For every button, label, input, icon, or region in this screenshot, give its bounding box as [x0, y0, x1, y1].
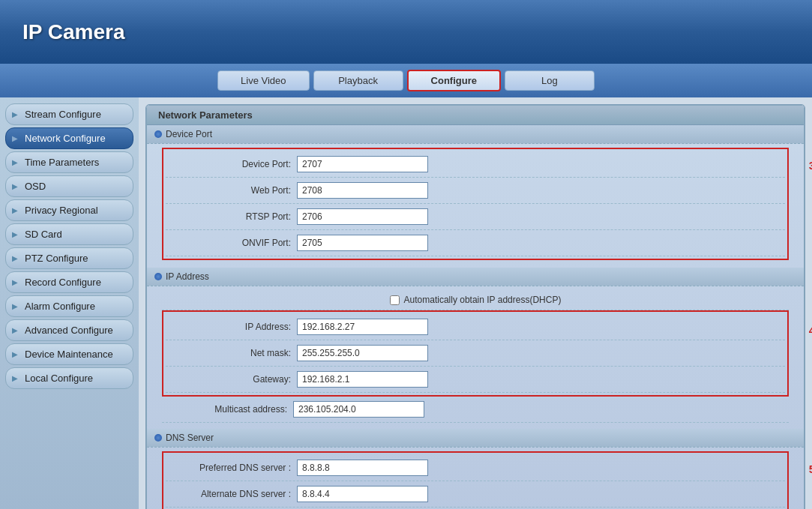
sidebar-item-advanced-configure[interactable]: Advanced Configure [5, 319, 133, 341]
device-port-input[interactable] [297, 156, 428, 172]
header: IP Camera [0, 0, 812, 64]
device-port-field-label: Device Port: [177, 159, 297, 169]
sidebar-item-record-configure[interactable]: Record Configure [5, 271, 133, 293]
onvif-port-row: ONVIF Port: [166, 230, 785, 256]
panel-title-bar: Network Parameters [147, 106, 804, 125]
multicast-label: Multicast address: [173, 404, 293, 415]
ip-address-field-label: IP Address: [177, 322, 297, 332]
gateway-row: Gateway: [166, 367, 785, 393]
tab-playback[interactable]: Playback [313, 70, 403, 91]
device-port-row: Device Port: [166, 151, 785, 178]
dns-red-box: Preferred DNS server : Alternate DNS ser… [162, 451, 789, 509]
web-port-input[interactable] [297, 182, 428, 199]
preferred-dns-label: Preferred DNS server : [177, 463, 297, 473]
ip-address-label: IP Address [166, 271, 209, 282]
dns-fields: 5 Preferred DNS server : Alternate DNS s… [147, 448, 804, 509]
annotation-5: 5 [809, 463, 812, 475]
rtsp-port-input[interactable] [297, 208, 428, 225]
preferred-dns-row: Preferred DNS server : [166, 455, 785, 481]
sidebar-item-alarm-configure[interactable]: Alarm Configure [5, 295, 133, 317]
gateway-input[interactable] [297, 371, 428, 388]
ip-address-row: IP Address: [166, 314, 785, 340]
preferred-dns-input[interactable] [297, 460, 428, 476]
sidebar-item-time-parameters[interactable]: Time Parameters [5, 151, 133, 173]
tab-live-video[interactable]: Live Video [217, 70, 309, 91]
dns-label: DNS Server [166, 433, 214, 443]
rtsp-port-label: RTSP Port: [177, 211, 297, 222]
ip-address-section-header: IP Address [147, 268, 804, 286]
device-port-section-header: Device Port [147, 125, 804, 144]
sidebar: Stream Configure Network Configure Time … [0, 97, 139, 509]
dhcp-row: Automatically obtain IP address(DHCP) [162, 290, 789, 310]
netmask-label: Net mask: [177, 348, 297, 358]
sidebar-item-stream-configure[interactable]: Stream Configure [5, 103, 133, 125]
device-port-fields: 3 Device Port: Web Port: RTSP Port: [147, 144, 804, 264]
multicast-row: Multicast address: [162, 397, 789, 423]
onvif-port-label: ONVIF Port: [177, 238, 297, 248]
sidebar-item-local-configure[interactable]: Local Configure [5, 367, 133, 389]
rtsp-port-row: RTSP Port: [166, 204, 785, 230]
sidebar-item-privacy-regional[interactable]: Privacy Regional [5, 199, 133, 221]
alternate-dns-label: Alternate DNS server : [177, 489, 297, 499]
sidebar-item-device-maintenance[interactable]: Device Maintenance [5, 343, 133, 365]
tab-configure[interactable]: Configure [407, 70, 501, 91]
alternate-dns-input[interactable] [297, 486, 428, 502]
ip-address-dot [154, 273, 162, 280]
content-area: 1 Network Parameters Device Port 3 Dev [139, 97, 812, 509]
alternate-dns-row: Alternate DNS server : [166, 481, 785, 508]
dns-dot [154, 434, 162, 442]
ip-address-red-box: IP Address: Net mask: Gateway: [162, 310, 789, 397]
app-title: IP Camera [22, 20, 124, 44]
nav-tabs: Live Video Playback Configure Log [0, 64, 812, 97]
dhcp-checkbox[interactable] [390, 295, 400, 305]
ip-address-input[interactable] [297, 319, 428, 335]
network-parameters-panel: Network Parameters Device Port 3 Device … [146, 105, 805, 509]
gateway-label: Gateway: [177, 374, 297, 385]
web-port-label: Web Port: [177, 185, 297, 196]
web-port-row: Web Port: [166, 178, 785, 204]
dns-server-section-header: DNS Server [147, 429, 804, 448]
sidebar-item-osd[interactable]: OSD [5, 175, 133, 197]
netmask-input[interactable] [297, 345, 428, 361]
content-wrapper: 1 Network Parameters Device Port 3 Dev [146, 105, 805, 509]
main-layout: Stream Configure Network Configure Time … [0, 97, 812, 509]
device-port-label: Device Port [166, 129, 212, 139]
device-port-dot [154, 130, 162, 138]
netmask-row: Net mask: [166, 340, 785, 367]
sidebar-item-network-configure[interactable]: Network Configure [5, 127, 133, 149]
annotation-3: 3 [809, 159, 812, 172]
dhcp-label: Automatically obtain IP address(DHCP) [404, 295, 562, 305]
device-port-red-box: Device Port: Web Port: RTSP Port: O [162, 148, 789, 260]
ip-address-fields: 4 Automatically obtain IP address(DHCP) … [147, 286, 804, 427]
panel-title: Network Parameters [158, 109, 253, 121]
sidebar-item-sd-card[interactable]: SD Card [5, 223, 133, 245]
onvif-port-input[interactable] [297, 235, 428, 251]
annotation-4: 4 [809, 324, 812, 337]
sidebar-item-ptz-configure[interactable]: PTZ Configure [5, 247, 133, 269]
multicast-input[interactable] [293, 401, 424, 418]
tab-log[interactable]: Log [505, 70, 595, 91]
